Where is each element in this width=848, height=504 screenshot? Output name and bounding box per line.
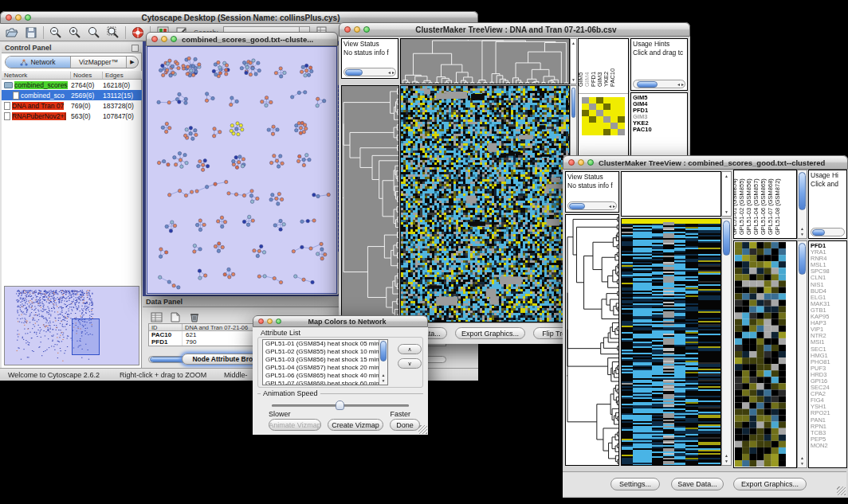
scrollbar-thumb[interactable] [799, 172, 806, 210]
cluster-matrix-cell[interactable] [582, 97, 589, 104]
col-network[interactable]: Network [2, 72, 71, 79]
zoom-heatmap-canvas[interactable] [735, 242, 786, 467]
trash-icon[interactable] [187, 310, 202, 324]
close-button[interactable] [6, 14, 12, 21]
create-vizmap-button[interactable]: Create Vizmap [328, 419, 383, 431]
attribute-item[interactable]: GPL51-07 (GSM868) heat shock 60 min [263, 380, 379, 385]
scroll-down-icon[interactable]: ▼ [798, 232, 807, 236]
cluster-matrix-cell[interactable] [610, 104, 618, 110]
scrollbar-thumb[interactable] [637, 81, 658, 88]
scroll-right-icon[interactable]: ► [391, 70, 395, 75]
minimize-button[interactable] [161, 36, 167, 42]
settings-button[interactable]: Settings... [610, 478, 660, 490]
scrollbar-thumb[interactable] [380, 341, 387, 361]
network-row[interactable]: DNA and Tran 07769(0)183728(0) [2, 100, 142, 111]
cluster-matrix-cell[interactable] [589, 97, 596, 104]
network-canvas[interactable] [147, 47, 336, 293]
new-attribute-icon[interactable] [168, 310, 183, 324]
resize-grip[interactable] [837, 486, 846, 495]
cluster-matrix-cell[interactable] [596, 97, 603, 104]
row-dendrogram-canvas[interactable] [566, 215, 618, 465]
scroll-down-icon[interactable]: ▼ [379, 378, 387, 383]
scroll-up-icon[interactable]: ▲ [571, 41, 576, 45]
zoom-vscrollbar[interactable]: ▲ ▼ [797, 240, 807, 468]
cluster-matrix-cell[interactable] [582, 123, 589, 129]
labels-vscrollbar[interactable]: ▲ ▼ [797, 170, 807, 239]
cluster-matrix-cell[interactable] [618, 104, 625, 110]
zoom-button[interactable] [363, 26, 370, 33]
cluster-matrix-cell[interactable] [603, 123, 610, 129]
network-row[interactable]: combined_scores2764(0)16218(0) [2, 80, 142, 90]
cluster-matrix-cell[interactable] [603, 97, 610, 104]
gene-label[interactable]: MON2 [809, 443, 846, 449]
scroll-down-icon[interactable]: ▼ [571, 77, 576, 82]
network-row[interactable]: RNAPuberNov2+|563(0)107847(0) [2, 111, 142, 121]
close-button[interactable] [151, 36, 158, 42]
cluster-matrix-cell[interactable] [596, 129, 603, 135]
cluster-zoom-matrix[interactable] [582, 97, 625, 135]
cluster-matrix-cell[interactable] [610, 110, 618, 116]
cluster-matrix-cell[interactable] [589, 104, 596, 110]
cluster-matrix-cell[interactable] [610, 123, 618, 129]
status-hscrollbar[interactable]: ◄ ► [344, 68, 396, 76]
save-icon[interactable] [24, 25, 38, 40]
zoom-out-icon[interactable] [49, 25, 63, 40]
move-down-button[interactable]: ∨ [398, 358, 422, 369]
col-id[interactable]: ID [149, 324, 183, 331]
zoom-fit-icon[interactable] [87, 25, 101, 40]
zoom-selected-icon[interactable] [106, 25, 120, 40]
done-button[interactable]: Done [390, 419, 420, 431]
cluster-matrix-cell[interactable] [618, 116, 625, 123]
cluster-matrix-cell[interactable] [596, 116, 603, 123]
cluster-matrix-cell[interactable] [603, 129, 610, 135]
scroll-up-icon[interactable]: ▲ [798, 455, 807, 460]
resize-grip[interactable] [418, 425, 427, 434]
minimize-button[interactable] [267, 318, 273, 324]
network-row[interactable]: combined_sco2569(6)13112(15) [2, 90, 142, 100]
help-lifering-icon[interactable] [131, 25, 145, 40]
cluster-matrix-cell[interactable] [610, 129, 618, 135]
scrollbar-thumb[interactable] [812, 229, 825, 236]
cluster-matrix-cell[interactable] [582, 110, 589, 116]
tab-more-icon[interactable]: ▶ [127, 57, 138, 68]
scroll-up-icon[interactable]: ▲ [722, 453, 731, 458]
hints-hscrollbar[interactable]: ◄ ► [633, 80, 685, 88]
minimize-button[interactable] [354, 26, 360, 33]
cluster-matrix-cell[interactable] [582, 129, 589, 135]
move-up-button[interactable]: ∧ [398, 344, 422, 354]
scroll-right-icon[interactable]: ► [681, 82, 685, 87]
cluster-matrix-cell[interactable] [610, 97, 618, 104]
cluster-matrix-cell[interactable] [618, 97, 625, 104]
close-button[interactable] [568, 159, 575, 166]
scroll-up-icon[interactable]: ▲ [379, 373, 387, 377]
scroll-down-icon[interactable]: ▼ [798, 461, 807, 466]
scrollbar-thumb[interactable] [571, 88, 575, 118]
cluster-matrix-cell[interactable] [618, 123, 625, 129]
cluster-matrix-cell[interactable] [603, 110, 610, 116]
heatmap-vscrollbar[interactable]: ▲ ▼ [721, 218, 732, 466]
col-edges[interactable]: Edges [103, 72, 142, 79]
zoom-in-icon[interactable] [68, 25, 82, 40]
treeview-dna-titlebar[interactable]: ClusterMaker TreeView : DNA and Tran 07-… [339, 22, 690, 37]
open-folder-icon[interactable] [5, 25, 19, 40]
scrollbar-thumb[interactable] [345, 69, 363, 76]
dendro-scroll-strip[interactable]: ▲ ▼ [721, 171, 732, 217]
dialog-titlebar[interactable]: Map Colors to Network [253, 315, 428, 327]
cluster-matrix-cell[interactable] [589, 116, 596, 123]
scrollbar-thumb[interactable] [723, 221, 730, 256]
column-dendrogram-canvas[interactable] [401, 39, 569, 84]
gene-label[interactable]: PAC10 [631, 127, 687, 133]
scroll-up-icon[interactable]: ▲ [722, 174, 731, 178]
hints-hscrollbar[interactable] [811, 228, 845, 236]
treeview-combined-titlebar[interactable]: ClusterMaker TreeView : combined_scores_… [563, 155, 848, 170]
row-dendrogram-canvas[interactable] [342, 86, 398, 322]
minimize-button[interactable] [15, 14, 22, 21]
birdseye-viewport[interactable] [72, 318, 100, 355]
cluster-matrix-cell[interactable] [596, 110, 603, 116]
scrollbar-thumb[interactable] [799, 243, 806, 275]
tab-vizmapper[interactable]: VizMapper™ [71, 57, 127, 68]
col-nodes[interactable]: Nodes [71, 72, 103, 79]
scroll-up-icon[interactable]: ▲ [798, 226, 807, 231]
scroll-right-icon[interactable]: ► [612, 204, 616, 209]
export-graphics-button[interactable]: Export Graphics... [733, 478, 807, 490]
